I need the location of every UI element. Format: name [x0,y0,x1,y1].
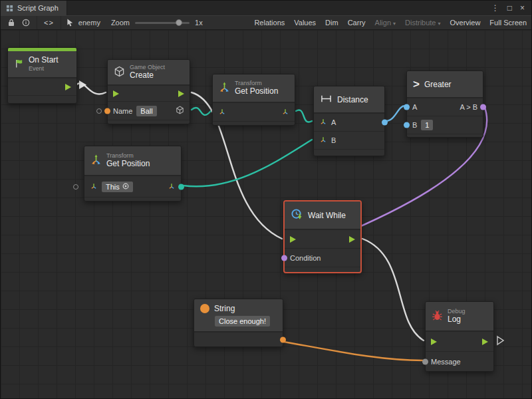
node-header: Transform Get Position [84,146,181,176]
target-input-port[interactable] [218,108,226,117]
game-object-output-port[interactable] [176,106,184,116]
node-on-start-event[interactable]: On Start Event [7,47,77,104]
distance-output-port[interactable] [382,120,388,126]
a-input-port[interactable] [404,104,410,110]
message-input-port[interactable] [422,358,428,364]
node-game-object-create[interactable]: Game Object Create Name Ball [107,59,190,124]
flow-input-arrow-icon[interactable] [290,236,296,243]
node-distance[interactable]: Distance A B [313,86,385,156]
result-output-port[interactable] [480,104,486,110]
graph-breadcrumb[interactable]: enemy [61,16,106,29]
b-value-input[interactable]: 1 [421,120,433,130]
align-dropdown[interactable]: Align▾ [370,16,400,29]
position-output-port[interactable] [168,182,176,192]
node-title: Get Position [106,160,150,169]
script-graph-window: Script Graph ⋮ □ × <> enemy [0,0,532,399]
flow-input-arrow-icon[interactable] [431,338,437,345]
zoom-slider-handle[interactable] [176,19,182,26]
values-button[interactable]: Values [289,16,321,29]
input-a-label: A [331,118,336,126]
full-screen-button[interactable]: Full Screen [485,16,531,29]
node-title: Create [130,71,165,80]
vector-input-b-port[interactable] [319,136,327,145]
overview-button[interactable]: Overview [446,16,485,29]
graph-canvas[interactable]: On Start Event Game Object Create [1,30,531,398]
name-input-port[interactable] [104,108,110,114]
node-get-position-enemy[interactable]: Transform Get Position [212,74,295,126]
lock-icon[interactable] [7,19,15,27]
wire-getposition-to-distance-a[interactable] [296,110,312,122]
b-input-port[interactable] [404,122,410,128]
node-header: Debug Log [426,302,493,331]
tab-script-graph[interactable]: Script Graph [1,1,67,15]
window-close-icon[interactable]: × [520,4,525,12]
node-greater[interactable]: > Greater A A > B B 1 [406,70,483,138]
input-b-row: B [314,131,384,149]
node-footer [213,121,295,125]
node-header: Wait While [285,201,360,229]
node-footer [8,95,76,103]
string-output-port[interactable] [280,336,286,342]
position-output-port[interactable] [281,108,289,117]
zoom-value: 1x [195,19,203,27]
unconnected-port-icon[interactable] [73,184,78,190]
zoom-label: Zoom [111,19,130,27]
string-value-input[interactable]: Close enough! [215,316,270,327]
flow-output-arrow-icon[interactable] [349,236,355,243]
string-type-icon [200,304,209,313]
flow-output-arrow-icon[interactable] [482,338,488,345]
wire-create-to-getposition[interactable] [192,108,211,115]
input-a-row: A [314,113,384,131]
output-row [194,332,283,346]
flow-input-arrow-icon[interactable] [113,90,119,97]
wire-getposition-to-distance-b[interactable] [183,140,312,186]
flow-output-arrow-icon[interactable] [65,84,71,90]
node-debug-log[interactable]: Debug Log Message [425,301,494,372]
flow-row [285,229,360,248]
zoom-control: Zoom 1x [106,19,208,27]
wait-clock-icon [291,208,303,222]
target-value-dropdown[interactable]: This [102,182,133,192]
input-a-label: A [412,103,417,111]
tab-title: Script Graph [17,4,59,12]
condition-input-port[interactable] [281,255,287,261]
node-footer [407,134,483,137]
flow-row [8,78,76,95]
node-get-position-this[interactable]: Transform Get Position This [84,146,182,201]
graph-name: enemy [78,19,100,27]
wire-waitwhile-to-log[interactable] [362,239,424,340]
info-icon[interactable] [22,19,30,27]
node-string-literal[interactable]: String Close enough! [194,299,283,347]
relations-button[interactable]: Relations [249,16,289,29]
node-subtitle: Event [29,65,59,72]
target-input-port[interactable] [90,182,98,192]
node-header: > Greater [407,71,483,98]
chevron-down-icon: ▾ [438,21,441,27]
cube-icon [114,66,125,78]
node-header: On Start Event [8,51,76,78]
dim-button[interactable]: Dim [321,16,343,29]
node-header: Distance [314,86,384,113]
node-wait-while-selected[interactable]: Wait While Condition [283,200,362,273]
wire-distance-to-greater[interactable] [386,106,405,121]
wire-string-to-message[interactable] [284,342,423,360]
title-bar: Script Graph ⋮ □ × [1,1,531,15]
zoom-slider[interactable] [135,22,190,24]
distribute-dropdown[interactable]: Distribute▾ [400,16,445,29]
flow-row [426,331,493,351]
vector-input-a-port[interactable] [319,118,327,127]
condition-row: Condition [285,248,360,267]
window-menu-icon[interactable]: ⋮ [491,4,499,12]
unconnected-port-icon[interactable] [96,108,102,114]
position-output-dot[interactable] [178,184,184,190]
message-row: Message [426,351,493,371]
distance-icon [320,94,332,105]
name-value-input[interactable]: Ball [136,106,156,116]
flow-output-arrow-icon[interactable] [178,90,184,97]
node-header: String Close enough! [194,299,283,332]
code-view-icon[interactable]: <> [44,19,54,27]
flow-continue-marker-icon [497,336,503,344]
node-header: Transform Get Position [213,74,295,102]
window-maximize-icon[interactable]: □ [507,4,512,12]
carry-button[interactable]: Carry [343,16,370,29]
